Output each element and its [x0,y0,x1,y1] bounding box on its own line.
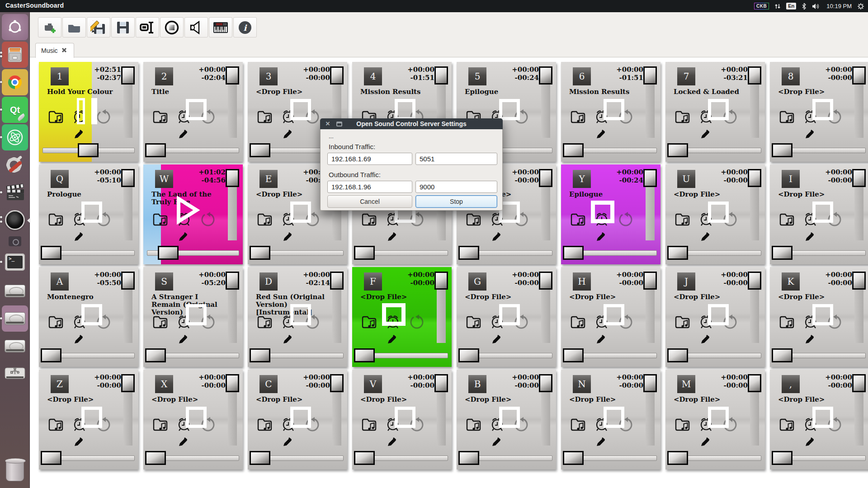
color-picker-icon[interactable] [491,436,503,449]
color-picker-icon[interactable] [387,230,398,244]
stop-button[interactable]: Stop [415,195,497,208]
seek-slider-handle[interactable] [158,246,179,260]
open-file-icon[interactable] [151,109,169,127]
seek-slider-handle[interactable] [563,451,584,465]
seek-slider-handle[interactable] [667,348,688,362]
sound-tile[interactable]: J +00:00 -00:00 <Drop File> [665,267,765,367]
volume-slider-handle[interactable] [643,374,657,392]
midi-keyboard-button[interactable] [209,17,232,38]
dialog-close-icon[interactable]: × [326,119,330,128]
loop-icon[interactable] [408,314,425,332]
sound-tile[interactable]: U +00:00 -00:00 <Drop File> [665,164,765,264]
volume-slider-handle[interactable] [852,272,866,290]
volume-slider-handle[interactable] [852,374,866,392]
trash-icon[interactable] [2,457,28,483]
volume-slider-handle[interactable] [643,66,657,84]
seek-slider-handle[interactable] [563,348,584,362]
color-picker-icon[interactable] [178,230,189,244]
volume-slider-handle[interactable] [539,272,552,290]
color-picker-icon[interactable] [387,436,398,449]
system-settings-icon[interactable] [2,152,28,178]
open-file-icon[interactable] [674,109,691,127]
sound-tile[interactable]: , +00:00 -00:00 <Drop File> [770,370,868,469]
sound-tile[interactable]: M +00:00 -00:00 <Drop File> [665,370,765,469]
volume-slider-handle[interactable] [852,66,866,84]
color-picker-icon[interactable] [595,230,607,244]
volume-slider-handle[interactable] [539,66,552,84]
volume-slider-handle[interactable] [121,169,135,187]
sound-tile[interactable]: 2 +00:00 -02:04 Title [143,62,243,162]
open-file-icon[interactable] [47,417,64,435]
sound-tile[interactable]: G +00:00 -00:00 <Drop File> [457,267,556,367]
inbound-port-field[interactable] [415,153,497,165]
soundboard-speaker-icon[interactable] [2,207,28,233]
sound-tile[interactable]: X +00:00 -00:00 <Drop File> [143,370,243,469]
seek-slider-handle[interactable] [145,348,166,362]
seek-slider-handle[interactable] [41,348,61,362]
hard-drive-icon-3[interactable] [2,333,28,359]
seek-slider-handle[interactable] [354,348,375,362]
usb-drive-icon[interactable] [2,361,28,387]
volume-slider-handle[interactable] [643,272,657,290]
volume-slider-handle[interactable] [748,169,761,187]
session-gear-icon[interactable] [857,3,864,10]
sound-tile[interactable]: H +00:00 -00:00 <Drop File> [561,267,660,367]
seek-slider-handle[interactable] [78,143,99,157]
color-picker-icon[interactable] [282,436,294,449]
sound-tile[interactable]: C +00:00 -00:00 <Drop File> [248,370,347,469]
open-file-icon[interactable] [465,417,482,435]
sound-tile[interactable]: I +00:00 -00:00 <Drop File> [770,164,868,264]
dialog-unmaximize-icon[interactable] [336,122,342,127]
volume-slider-handle[interactable] [121,66,135,84]
volume-slider-handle[interactable] [121,374,135,392]
tab-close-icon[interactable] [61,47,67,55]
sound-tile[interactable]: W +01:02 -04:56 The Land of the Truly Fr… [143,164,243,264]
loop-icon[interactable] [199,211,216,230]
open-board-button[interactable] [62,17,86,38]
open-file-icon[interactable] [360,417,377,435]
open-file-icon[interactable] [674,211,691,230]
open-file-icon[interactable] [465,314,482,332]
open-file-icon[interactable] [151,314,169,332]
open-file-icon[interactable] [47,211,64,230]
about-info-button[interactable]: i [233,17,257,38]
volume-slider-handle[interactable] [643,169,657,187]
video-editor-icon[interactable] [2,179,28,206]
clock[interactable]: 10:19 PM [826,3,852,9]
seek-slider-handle[interactable] [250,246,270,260]
volume-slider-handle[interactable] [434,374,448,392]
color-picker-icon[interactable] [73,128,85,141]
volume-slider-handle[interactable] [748,66,761,84]
updown-arrows-icon[interactable] [774,3,781,9]
open-file-icon[interactable] [569,314,586,332]
outbound-ip-field[interactable] [327,181,412,193]
color-picker-icon[interactable] [387,333,398,347]
volume-slider-handle[interactable] [226,66,239,84]
color-picker-icon[interactable] [595,128,607,141]
sound-tile[interactable]: V +00:00 -00:00 <Drop File> [352,370,452,469]
open-file-icon[interactable] [778,417,795,435]
seek-slider-handle[interactable] [772,451,793,465]
seek-slider-handle[interactable] [354,451,375,465]
color-picker-icon[interactable] [491,230,503,244]
color-picker-icon[interactable] [178,333,189,347]
seek-slider-handle[interactable] [458,451,479,465]
qt-creator-icon[interactable]: Qt [2,97,28,123]
seek-slider-handle[interactable] [354,246,375,260]
seek-slider-handle[interactable] [563,246,584,260]
seek-slider-handle[interactable] [250,451,270,465]
sound-tile[interactable]: Q +00:00 -05:10 Prologue [39,164,138,264]
keyboard-layout-indicator[interactable]: En [786,3,796,9]
rename-board-button[interactable] [136,17,159,38]
open-file-icon[interactable] [360,314,377,332]
volume-slider-handle[interactable] [748,374,761,392]
open-file-icon[interactable] [151,417,169,435]
open-file-icon[interactable] [778,314,795,332]
sound-tile[interactable]: 1 +02:51 -02:37 Hold Your Colour [39,62,138,162]
volume-slider-handle[interactable] [539,169,552,187]
volume-slider-handle[interactable] [539,374,552,392]
sound-tile[interactable]: N +00:00 -00:00 <Drop File> [561,370,660,469]
open-file-icon[interactable] [569,417,586,435]
seek-slider-handle[interactable] [563,143,584,157]
open-file-icon[interactable] [256,314,273,332]
